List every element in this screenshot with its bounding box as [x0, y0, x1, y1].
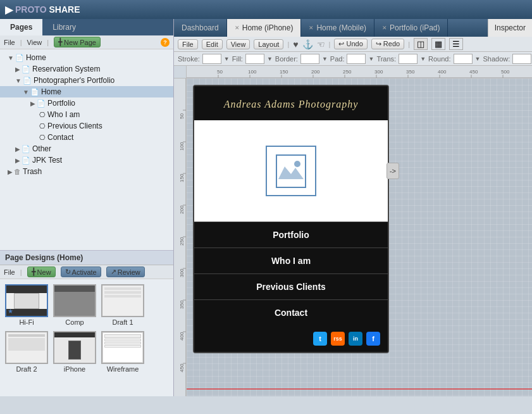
- tree-item-home[interactable]: ▼ 📄 Home: [0, 52, 173, 63]
- thumb-wireframe[interactable]: Wireframe: [101, 331, 144, 373]
- facebook-icon[interactable]: f: [366, 332, 380, 346]
- canvas-tab-bar: Dashboard ✕ Home (iPhone) ✕ Home (Mobile…: [174, 19, 532, 37]
- fill-input[interactable]: [245, 54, 264, 64]
- menu-view-canvas[interactable]: View: [226, 39, 251, 49]
- expand-portfolio[interactable]: ▶: [30, 100, 35, 107]
- thumb-draft2[interactable]: Draft 2: [5, 331, 48, 373]
- expand-ph-home[interactable]: ▼: [23, 89, 29, 96]
- border-input[interactable]: [300, 54, 319, 64]
- view-list-icon[interactable]: ☰: [449, 38, 463, 50]
- page-icon-previous: ⎔: [39, 122, 46, 130]
- phone-header: Andreas Adams Photography: [194, 86, 388, 120]
- expand-home[interactable]: ▼: [8, 54, 14, 61]
- tab-home-mobile[interactable]: ✕ Home (Mobile): [301, 19, 374, 37]
- trans-input[interactable]: [399, 54, 418, 64]
- tree-item-other[interactable]: ▶ 📄 Other: [0, 143, 173, 154]
- svg-text:100: 100: [248, 69, 257, 75]
- expand-other[interactable]: ▶: [15, 146, 20, 153]
- expand-photographers[interactable]: ▼: [15, 77, 22, 84]
- twitter-icon[interactable]: t: [313, 332, 327, 346]
- stroke-arrow[interactable]: ▼: [224, 56, 230, 62]
- guide-line: [187, 389, 532, 389]
- pad-input[interactable]: [347, 54, 366, 64]
- expand-trash[interactable]: ▶: [8, 168, 13, 175]
- tab-pages[interactable]: Pages: [0, 19, 42, 35]
- menu-edit-canvas[interactable]: Edit: [202, 39, 223, 49]
- fill-arrow[interactable]: ▼: [267, 56, 273, 62]
- svg-text:450: 450: [469, 69, 478, 75]
- tree-item-trash[interactable]: ▶ 🗑 Trash: [0, 166, 173, 177]
- tree-label-jpk: JPK Test: [32, 156, 62, 165]
- view-table-icon[interactable]: ▦: [431, 38, 445, 50]
- page-designs-header: Page Designs (Home): [0, 251, 173, 265]
- expand-jpk[interactable]: ▶: [15, 157, 20, 164]
- round-label: Round:: [428, 55, 450, 63]
- menu-file-canvas[interactable]: File: [178, 39, 198, 49]
- shadow-input[interactable]: [512, 54, 531, 64]
- thumb-draft1[interactable]: Draft 1: [101, 284, 144, 326]
- nav-who-i-am[interactable]: Who I am: [194, 248, 388, 273]
- tab-portfolio-ipad[interactable]: ✕ Portfolio (iPad): [374, 19, 448, 37]
- folder-icon-photographers: 📄: [23, 77, 32, 85]
- thumb-iphone[interactable]: iPhone: [53, 331, 96, 373]
- round-input[interactable]: [454, 54, 473, 64]
- designs-file[interactable]: File: [4, 268, 15, 276]
- info-icon[interactable]: ?: [161, 38, 170, 47]
- inspector-tab[interactable]: Inspector: [488, 19, 532, 37]
- canvas-background: Andreas Adams Photography: [187, 78, 532, 396]
- linkedin-icon[interactable]: in: [349, 332, 362, 346]
- phone-footer: t rss in f: [194, 325, 388, 352]
- close-icon-3[interactable]: ✕: [382, 25, 387, 31]
- tree-item-who-i-am[interactable]: ⎔ Who I am: [0, 109, 173, 120]
- menu-layout-canvas[interactable]: Layout: [254, 39, 283, 49]
- undo-button[interactable]: ↩ Undo: [334, 39, 367, 49]
- phone-frame: Andreas Adams Photography: [193, 85, 389, 353]
- tab-home-iphone[interactable]: ✕ Home (iPhone): [227, 19, 302, 37]
- hand-icon[interactable]: ☜: [317, 39, 325, 49]
- logo-icon: ▶: [5, 4, 13, 16]
- image-placeholder: [266, 146, 316, 196]
- link-icon[interactable]: ⚓: [302, 39, 313, 49]
- close-icon-2[interactable]: ✕: [309, 25, 314, 31]
- pad-arrow[interactable]: ▼: [368, 56, 374, 62]
- redo-button[interactable]: ↪ Redo: [371, 39, 404, 49]
- close-icon-1[interactable]: ✕: [235, 25, 240, 31]
- expand-reservation[interactable]: ▶: [15, 66, 20, 73]
- new-page-button[interactable]: ╋ New Page: [54, 37, 101, 47]
- new-design-button[interactable]: ╋ New: [27, 267, 56, 277]
- tree-item-contact[interactable]: ⎔ Contact: [0, 132, 173, 143]
- toolbar-sep: |: [20, 268, 22, 276]
- page-designs-toolbar: File | ╋ New ↻ Activate ↗ Review: [0, 265, 173, 279]
- trans-arrow[interactable]: ▼: [420, 56, 426, 62]
- border-arrow[interactable]: ▼: [322, 56, 328, 62]
- thumb-img-comp: [53, 284, 96, 317]
- rss-icon[interactable]: rss: [331, 332, 345, 346]
- nav-contact[interactable]: Contact: [194, 299, 388, 325]
- tree-item-portfolio[interactable]: ▶ 📄 Portfolio: [0, 97, 173, 109]
- view-grid-icon[interactable]: ◫: [414, 38, 428, 50]
- svg-text:350: 350: [179, 300, 185, 309]
- comment-icon[interactable]: ♥: [293, 39, 298, 49]
- menu-view[interactable]: View: [27, 39, 42, 46]
- svg-marker-41: [278, 166, 304, 179]
- thumb-hifi[interactable]: ★ Hi-Fi: [5, 284, 48, 326]
- nav-previous-clients[interactable]: Previous Clients: [194, 273, 388, 299]
- stroke-input[interactable]: [202, 54, 221, 64]
- menu-file[interactable]: File: [4, 39, 15, 46]
- activate-button[interactable]: ↻ Activate: [61, 267, 101, 277]
- tree-item-reservation[interactable]: ▶ 📄 Reservation System: [0, 63, 173, 75]
- nav-arrow[interactable]: ->: [387, 163, 399, 179]
- folder-icon-jpk: 📄: [22, 156, 30, 165]
- tree-item-jpk-test[interactable]: ▶ 📄 JPK Test: [0, 154, 173, 166]
- thumb-img-hifi: ★: [5, 284, 48, 317]
- round-arrow[interactable]: ▼: [475, 56, 481, 62]
- tree-item-photographers-portfolio[interactable]: ▼ 📄 Photographer's Portfolio: [0, 75, 173, 86]
- review-button[interactable]: ↗ Review: [106, 267, 145, 277]
- nav-portfolio[interactable]: Portfolio: [194, 222, 388, 248]
- canvas-toolbar: File Edit View Layout | ♥ ⚓ ☜ | ↩ Undo ↪…: [174, 37, 532, 52]
- tab-library[interactable]: Library: [42, 19, 86, 35]
- tab-dashboard[interactable]: Dashboard: [174, 19, 227, 37]
- tree-item-ph-home[interactable]: ▼ 📄 Home: [0, 86, 173, 97]
- thumb-comp[interactable]: Comp: [53, 284, 96, 326]
- tree-item-previous-clients[interactable]: ⎔ Previous Clients: [0, 120, 173, 132]
